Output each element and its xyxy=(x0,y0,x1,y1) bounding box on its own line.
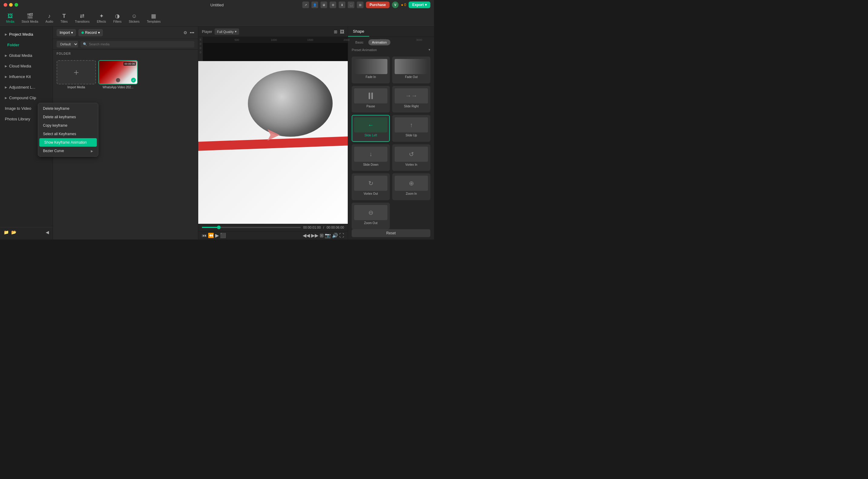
search-input[interactable] xyxy=(89,42,192,46)
media-filter: Default 🔍 xyxy=(53,39,198,49)
minimize-button[interactable] xyxy=(9,3,13,7)
grid-view-icon[interactable]: ⊞ xyxy=(334,29,337,34)
anim-slide-right[interactable]: →→ Slide Right xyxy=(392,86,430,113)
anim-zoom-out[interactable]: ⊖ Zoom Out xyxy=(352,203,390,230)
titles-icon: T xyxy=(62,13,66,19)
folder-header: FOLDER xyxy=(53,49,198,58)
chevron-right-icon: ▶ xyxy=(5,75,7,78)
chevron-down-icon: ▶ xyxy=(5,33,7,36)
sidebar-item-cloud-media[interactable]: ▶ Cloud Media xyxy=(0,61,53,71)
anim-pause[interactable]: Pause xyxy=(352,86,390,113)
sidebar-item-global-media[interactable]: ▶ Global Media xyxy=(0,50,53,61)
maximize-button[interactable] xyxy=(14,3,18,7)
frame-back-button[interactable]: ⏪ xyxy=(208,233,214,238)
ctx-bezier-curve[interactable]: Bezier Curve ▶ xyxy=(38,147,98,155)
player-controls: 00:00:01:00 / 00:00:06:00 xyxy=(198,224,348,231)
right-tabs: Shape xyxy=(348,27,434,37)
share-icon[interactable]: ↗ xyxy=(302,1,309,8)
anim-vortex-in[interactable]: ↺ Vortex In xyxy=(392,144,430,171)
toolbar-media[interactable]: 🖼 Media xyxy=(2,12,18,25)
anim-fade-out[interactable]: Fade Out xyxy=(392,57,430,83)
ctx-select-all-keyframes[interactable]: Select all Keyframes xyxy=(38,130,98,138)
play-button[interactable]: ▶ xyxy=(215,233,219,238)
screenshot-icon[interactable]: 📷 xyxy=(325,233,331,238)
more-options-icon[interactable]: ••• xyxy=(190,30,194,35)
ctx-delete-all-keyframes[interactable]: Delete all keyframes xyxy=(38,113,98,121)
close-button[interactable] xyxy=(4,3,7,7)
stop-button[interactable]: ⬛ xyxy=(220,233,226,238)
add-folder-icon[interactable]: 📁 xyxy=(4,230,9,235)
anim-slide-up[interactable]: ↑ Slide Up xyxy=(392,115,430,142)
volume-icon[interactable]: 🔊 xyxy=(332,233,338,238)
anim-slide-left[interactable]: ← Slide Left xyxy=(352,115,390,142)
audio-icon: ♪ xyxy=(48,13,51,19)
tab-animation[interactable]: Animation xyxy=(368,39,391,45)
fullscreen-icon[interactable]: ⛶ xyxy=(339,233,344,238)
sidebar-item-adjustment[interactable]: ▶ Adjustment L... xyxy=(0,82,53,93)
slide-down-thumb: ↓ xyxy=(354,147,388,162)
app-title: Untitled xyxy=(210,3,224,7)
import-button[interactable]: Import ▾ xyxy=(57,29,76,36)
headphones-icon[interactable]: 🎧 xyxy=(348,1,354,8)
preset-chevron-icon: ▾ xyxy=(429,48,430,52)
toolbar-stickers[interactable]: ☺ Stickers xyxy=(125,12,144,25)
media-check-icon: ✓ xyxy=(131,78,136,82)
toolbar-effects[interactable]: ✦ Effects xyxy=(93,11,110,25)
download-icon[interactable]: ⬇ xyxy=(339,1,345,8)
anim-slide-down[interactable]: ↓ Slide Down xyxy=(352,144,390,171)
media-toolbar-right: ⚙ ••• xyxy=(183,30,194,35)
account-icon[interactable]: 👤 xyxy=(311,1,318,8)
window-controls xyxy=(4,3,18,7)
toolbar-transitions[interactable]: ⇄ Transitions xyxy=(71,11,93,25)
toolbar-titles[interactable]: T Titles xyxy=(57,12,71,25)
sidebar-item-folder[interactable]: Folder xyxy=(0,40,53,50)
sort-select[interactable]: Default xyxy=(57,41,78,47)
toolbar-templates[interactable]: ▦ Templates xyxy=(143,11,164,25)
record-button[interactable]: Record ▾ xyxy=(79,29,103,36)
anim-fade-in[interactable]: Fade In xyxy=(352,57,390,83)
video-media-item[interactable]: 00:00:06 ✓ WhatsApp Video 202... xyxy=(98,60,138,89)
tab-shape[interactable]: Shape xyxy=(348,27,369,37)
filter-icon[interactable]: ⚙ xyxy=(183,30,187,35)
monitor-icon[interactable]: 🖥 xyxy=(320,1,327,8)
ctx-show-keyframe-animation[interactable]: Show Keyframe Animation xyxy=(39,138,97,147)
step-back-button[interactable]: ⏮ xyxy=(202,233,207,238)
chevron-right-icon: ▶ xyxy=(5,85,7,89)
toolbar-stock-media[interactable]: 🎬 Stock Media xyxy=(18,11,42,25)
tab-basic[interactable]: Basic xyxy=(352,39,367,45)
media-duration: 00:00:06 xyxy=(123,62,136,66)
ctx-copy-keyframe[interactable]: Copy keyframe xyxy=(38,121,98,130)
settings-icon[interactable]: ⚙ xyxy=(330,1,336,8)
ctx-delete-keyframe[interactable]: Delete keyframe xyxy=(38,104,98,113)
keyframe-next-icon[interactable]: ▶▶ xyxy=(311,233,318,238)
titlebar: Untitled ↗ 👤 🖥 ⚙ ⬇ 🎧 ⊞ Purchase V ● 0 Ex… xyxy=(0,0,434,10)
anim-vortex-out[interactable]: ↻ Vortex Out xyxy=(352,173,390,200)
reset-button[interactable]: Reset xyxy=(352,229,430,237)
preset-animation-label: Preset Animation ▾ xyxy=(352,48,430,52)
toolbar-audio[interactable]: ♪ Audio xyxy=(42,12,57,25)
pause-thumb xyxy=(354,88,388,103)
sidebar-item-influence-kit[interactable]: ▶ Influence Kit xyxy=(0,71,53,82)
zoom-fit-icon[interactable]: ⊞ xyxy=(319,233,323,238)
progress-thumb[interactable] xyxy=(217,226,221,229)
video-media-thumb: 00:00:06 ✓ xyxy=(98,60,138,84)
import-media-item[interactable]: ＋ Import Media xyxy=(57,60,96,89)
export-button[interactable]: Export ▾ xyxy=(409,1,430,8)
snapshot-icon[interactable]: 🖼 xyxy=(340,29,344,34)
video-media-label: WhatsApp Video 202... xyxy=(98,85,138,89)
anim-zoom-in[interactable]: ⊕ Zoom In xyxy=(392,173,430,200)
progress-bar[interactable] xyxy=(202,227,301,228)
sidebar-item-project-media[interactable]: ▶ Project Media xyxy=(0,29,53,40)
quality-select[interactable]: Full Quality ▾ xyxy=(215,28,239,35)
main-toolbar: 🖼 Media 🎬 Stock Media ♪ Audio T Titles ⇄… xyxy=(0,10,434,27)
new-folder-icon[interactable]: 📂 xyxy=(11,230,17,235)
keyframe-prev-icon[interactable]: ◀◀ xyxy=(303,233,310,238)
purchase-button[interactable]: Purchase xyxy=(366,1,390,8)
grid-icon[interactable]: ⊞ xyxy=(357,1,364,8)
sidebar-item-compound-clip[interactable]: ▶ Compound Clip xyxy=(0,93,53,103)
toolbar-filters[interactable]: ◑ Filters xyxy=(110,11,125,25)
player-video: ➤ xyxy=(198,61,348,224)
player-area: Player Full Quality ▾ ⊞ 🖼 6000 500 1000 … xyxy=(198,27,348,240)
ruler-bar: 500 1000 1500 2000 2500 3000 3500 xyxy=(203,37,348,43)
collapse-icon[interactable]: ◀ xyxy=(46,230,49,235)
